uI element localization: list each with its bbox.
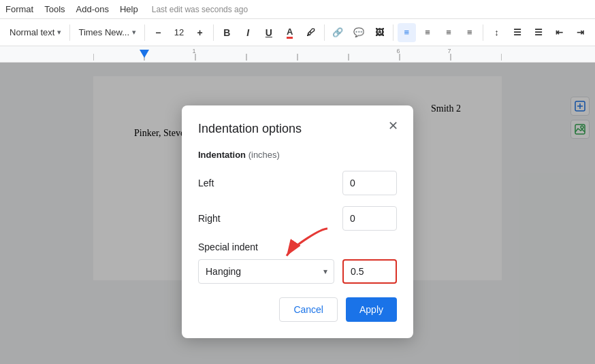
svg-text:7: 7 bbox=[447, 48, 451, 54]
line-spacing-button[interactable]: ↕ bbox=[487, 23, 506, 42]
menu-tools[interactable]: Tools bbox=[44, 4, 65, 14]
dialog-title: Indentation options bbox=[198, 122, 397, 136]
left-field-row: Left bbox=[198, 171, 397, 195]
right-field-row: Right bbox=[198, 206, 397, 231]
style-dropdown-arrow: ▾ bbox=[57, 28, 61, 37]
dialog-actions: Cancel Apply bbox=[198, 297, 397, 322]
style-selector[interactable]: Normal text ▾ bbox=[5, 24, 65, 40]
align-right-button[interactable]: ≡ bbox=[440, 23, 458, 42]
close-button[interactable]: ✕ bbox=[383, 116, 402, 135]
toolbar-divider-2 bbox=[144, 24, 145, 41]
ruler: 1 6 7 bbox=[0, 46, 595, 63]
toolbar: Normal text ▾ Times New... ▾ − 12 + B I … bbox=[0, 19, 595, 46]
apply-button[interactable]: Apply bbox=[346, 297, 397, 322]
highlight-button[interactable]: 🖊 bbox=[302, 23, 320, 42]
svg-marker-12 bbox=[140, 50, 149, 58]
last-edit-text: Last edit was seconds ago bbox=[152, 5, 248, 14]
right-input[interactable] bbox=[342, 206, 397, 231]
svg-text:6: 6 bbox=[396, 48, 400, 54]
right-label: Right bbox=[198, 213, 221, 224]
align-center-button[interactable]: ≡ bbox=[419, 23, 437, 42]
indentation-label: Indentation (inches) bbox=[198, 150, 397, 160]
ruler-svg: 1 6 7 bbox=[93, 47, 502, 61]
indentation-unit: (inches) bbox=[248, 150, 280, 160]
menu-addons[interactable]: Add-ons bbox=[76, 4, 109, 14]
toolbar-divider-4 bbox=[324, 24, 325, 41]
image-button[interactable]: 🖼 bbox=[370, 23, 389, 42]
font-size[interactable]: 12 bbox=[170, 24, 188, 40]
toolbar-divider-5 bbox=[393, 24, 393, 41]
link-button[interactable]: 🔗 bbox=[329, 23, 347, 42]
font-selector[interactable]: Times New... ▾ bbox=[74, 24, 140, 40]
special-indent-label: Special indent bbox=[198, 242, 397, 252]
align-left-button[interactable]: ≡ bbox=[398, 23, 416, 42]
style-label: Normal text bbox=[10, 27, 54, 37]
ruler-inner: 1 6 7 bbox=[93, 46, 502, 62]
menu-bar: Format Tools Add-ons Help Last edit was … bbox=[0, 0, 595, 19]
toolbar-divider-3 bbox=[213, 24, 214, 41]
svg-text:1: 1 bbox=[192, 48, 195, 54]
toolbar-divider-6 bbox=[483, 24, 483, 41]
left-label: Left bbox=[198, 178, 214, 188]
special-indent-section: Special indent bbox=[198, 242, 397, 284]
left-input[interactable] bbox=[342, 171, 397, 195]
font-size-decrease[interactable]: − bbox=[149, 23, 167, 42]
italic-button[interactable]: I bbox=[239, 23, 257, 42]
font-size-increase[interactable]: + bbox=[191, 23, 209, 42]
font-dropdown-arrow: ▾ bbox=[132, 28, 136, 37]
menu-format[interactable]: Format bbox=[5, 4, 33, 14]
special-indent-select[interactable]: (none) First line Hanging bbox=[198, 259, 334, 284]
indent-decrease-button[interactable]: ⇤ bbox=[550, 23, 568, 42]
font-label: Times New... bbox=[78, 27, 129, 37]
underline-button[interactable]: U bbox=[260, 23, 278, 42]
special-indent-row: (none) First line Hanging ▾ bbox=[198, 259, 397, 284]
toolbar-divider-1 bbox=[69, 24, 70, 41]
special-indent-value-input[interactable] bbox=[342, 259, 397, 284]
indentation-dialog: ✕ Indentation options Indentation (inche… bbox=[182, 105, 413, 338]
modal-overlay: ✕ Indentation options Indentation (inche… bbox=[0, 63, 595, 364]
content-area: Smith 2 Pinker, Steven. The Sense ofp bbox=[0, 63, 595, 364]
align-justify-button[interactable]: ≡ bbox=[460, 23, 479, 42]
numbered-list-button[interactable]: ☰ bbox=[509, 23, 527, 42]
bold-button[interactable]: B bbox=[218, 23, 236, 42]
bulleted-list-button[interactable]: ☰ bbox=[530, 23, 548, 42]
menu-help[interactable]: Help bbox=[120, 4, 138, 14]
special-indent-select-wrapper: (none) First line Hanging ▾ bbox=[198, 259, 334, 284]
cancel-button[interactable]: Cancel bbox=[279, 297, 338, 322]
text-color-button[interactable]: A bbox=[280, 23, 299, 42]
indent-increase-button[interactable]: ⇥ bbox=[571, 23, 590, 42]
comment-button[interactable]: 💬 bbox=[350, 23, 368, 42]
